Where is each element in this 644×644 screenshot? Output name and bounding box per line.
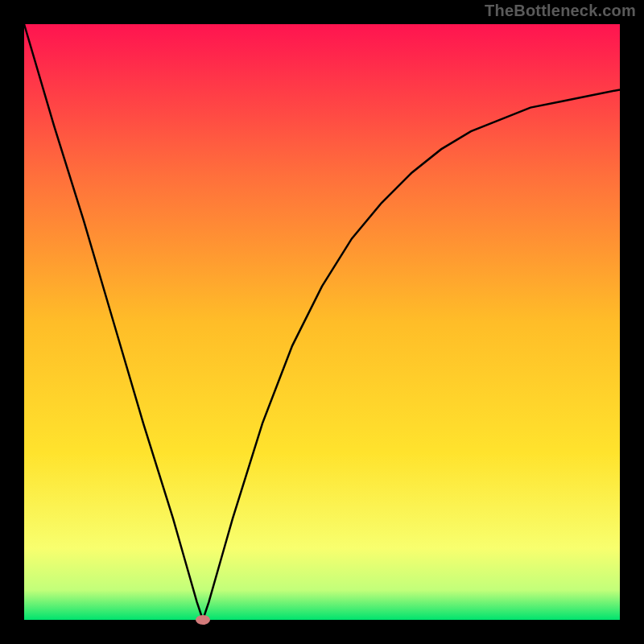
watermark-text: TheBottleneck.com — [485, 2, 636, 20]
marker-dot — [196, 615, 210, 625]
bottleneck-chart — [0, 0, 644, 644]
chart-frame: TheBottleneck.com — [0, 0, 644, 644]
